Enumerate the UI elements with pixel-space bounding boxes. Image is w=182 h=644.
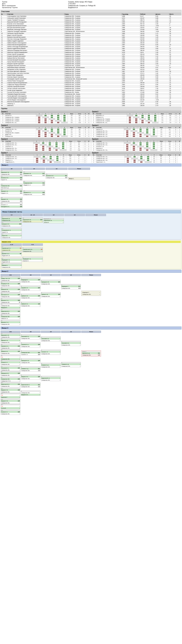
match-player: Самарская обл.2:0 [1, 316, 20, 318]
table-row: 12Ермаков Николай ВикторовичСамарская об… [1, 36, 182, 38]
match-player: Самарская обл.- [21, 289, 40, 290]
match-player: Сычев А. Н.2:0 [1, 411, 20, 413]
groups-row-7-8: Группа 7 №Участник 12345 ИгрыСетыОМ 1Сам… [0, 152, 182, 163]
table-row: 20Кириллов Сергей ВладимировичСамарская … [1, 52, 182, 53]
match-player: Маркин В. Е.- [21, 394, 40, 396]
lower-bracket-section: Нижняя сетка 11-16 1.1 Самобытов С.С.10 … [0, 240, 182, 269]
table-row: 2Алёнышев Сергей ГеоргиевичСамарская обл… [1, 17, 182, 19]
p3-m4: 4.1 Зубков А. В.2:0 Самарская обл.- [0, 349, 20, 354]
playoff2-full-title: Финал 2 [0, 270, 182, 273]
match-player: Самарская обл.1:3 [82, 354, 100, 356]
match-player: Сергей А. А.2:0 [21, 287, 40, 289]
p2-match-1-8-2: 2 Сергей А. А.2:0 Самарская обл.- [21, 286, 40, 291]
table-row: 4Самарская обл., Сызрань0:20:21:2-2:01:3… [1, 120, 91, 122]
match-player: Самарская обл.- [1, 413, 20, 415]
match-player: Кириллов М. А.2:0 [1, 310, 20, 312]
group2-container: Группа 2 №Участник 12345 ИгрыСетыОМ 1Вор… [91, 110, 182, 124]
table-row: 22Кокурин Валерий НиколаевичСамарская об… [1, 55, 182, 57]
p2-round-1-2: 1/2 1 Медведев С.3:1 Самарская обл.1:3 [61, 274, 81, 325]
table-row: 4Андрейченко О...0:21:20:2-0:31:504 [1, 161, 91, 163]
match-player: Карьёнов В. В.- [44, 220, 64, 222]
table-row: 44Тюленёв Вадим АлександровичСамарская о… [1, 97, 182, 99]
group1-title: Группа 1 [0, 110, 91, 113]
table-row: 5Самарская обл., Сы...0:21:21:21:2-0:43:… [1, 149, 91, 151]
match-player: Самарская обл.- [1, 280, 20, 281]
match-player: Зубков А. В.2:0 [1, 350, 20, 352]
match-player: Жестков А. Ф.2:0 [1, 294, 20, 296]
match-player: Норов Р. А.- [2, 231, 22, 233]
match-player: Бусыгин С. А.- [1, 322, 20, 323]
match-player: Самарская обл.- [21, 297, 40, 298]
match-player: Самарская обл.- [1, 402, 20, 404]
group5-container: Группа 5 №Участник 12345 ИгрыСетыОМ 1Сам… [0, 138, 91, 151]
match-player: Тюленёв В. Б.- [61, 342, 81, 344]
match-player: Кириллов М. А.2:1 [21, 384, 40, 386]
match-player: Самарская обл.3:1 [23, 182, 45, 184]
match-player: Зубков А. В.2:0 [41, 294, 60, 296]
group3-title: Группа 3 [0, 124, 91, 126]
table-row: 26Мазуров Сергей СергеевичСамарская обл.… [1, 63, 182, 65]
table-row: 3Потапов С. Ю.0:20:2-2:02:02:24:443 [91, 146, 182, 148]
participants-title: Участники [0, 10, 182, 13]
match-player: Зайков М. А.- [1, 318, 20, 319]
match-1-6: 1.6 Елохин С. Г.0:2 Нальдеев А. А.2:0 [0, 202, 22, 208]
table-row: 1Карпов А.О.-2:12:02:02:04:08:181 [91, 128, 182, 130]
group4-title: Группа 4 [91, 124, 182, 126]
playoff2-r3: 1/4 Карьёнов В. В. Карьёнов В. В.- Алёша… [44, 214, 64, 239]
participants-table: № Участник Город Год рожд. Рейтинг Дельт… [0, 13, 182, 106]
table-row: 2Самарская обл., Сы...0:2-2:02:02:03:16:… [91, 144, 182, 146]
table-row: 24Логинов Валерий НиколаевичСамарская об… [1, 59, 182, 61]
table-row: 3Марков А. О.0:21:2-2:01:23:323 [1, 160, 91, 161]
match-player: Самарская обл.0 [2, 220, 22, 221]
p3-m10: 10.1 Кириллов М. А.2:0 Самарская обл.- [0, 382, 20, 387]
p3-m7: 7.1 Тюленёв В. Б.2:0 Самарская обл.- [0, 366, 20, 371]
group7-title: Группа 7 [0, 152, 91, 154]
p2-round-1-8: 1/8 1 Медведев С.2:0 Самарская обл.- 2 С… [21, 274, 40, 325]
match-player: Самарская обл.- [1, 374, 20, 376]
match-player: Кириллов М. А.2:0 [1, 384, 20, 385]
p2-round-1-16: 1/16 1.1 Самар. Сен. 4:02:0 Самарская об… [0, 274, 20, 325]
p3-m3: 3.1 Сергеев А. А.2:0 Самарская обл.- [0, 344, 20, 349]
match-full-7: 7.1 Кириллов М. А.2:0 Самарская обл.- [0, 309, 20, 314]
table-row: 29Мещеряков Артём АндреевичСамарская обл… [1, 68, 182, 70]
group3-container: Группа 3 №Участник 12345 ИгрыСетыОМ 1Сам… [0, 124, 91, 137]
table-row: 46Феоктистов Евгений АлександровичСамарс… [1, 101, 182, 103]
table-row: 10Григорьев Сергей ЮрьевичСамарская обл.… [1, 32, 182, 34]
match-player: Жукаев А. А.3:2 [1, 198, 22, 200]
p3-m6: 6.1 Сычев А. Н.- Самарская обл.- [0, 360, 20, 365]
match-player: Самарская обл.- [61, 344, 81, 346]
p3-1-4-2: 2 Сычев А. Н.- Самарская обл.- [41, 350, 61, 355]
group4-table: №Участник 12345 ИгрыСетыОМ 1Карпов А.О.-… [91, 126, 182, 137]
match-player: Карпов Н. Б.- [1, 340, 20, 342]
table-row: 2Самарская обл., Сызрань0:2-2:12:02:03:1… [1, 116, 91, 118]
table-row: 21Клюев Сергей ГеннадьевичСамарская обл.… [1, 53, 182, 55]
match-player: Бусыгин А. Д.3:1 [82, 352, 100, 354]
match-player: Самобытов С.С.10 [2, 247, 22, 249]
match-player: Елохин С. Г.0:2 [1, 204, 22, 206]
match-2-2: 2.2 Самарская обл.3:1 Журден А. А.1:3 [23, 181, 45, 186]
match-player: Медведев С.2:0 [21, 279, 40, 281]
match-3-1: 3.1 Бокачев А. В.2:1 Самарская обл.1:2 [46, 174, 68, 178]
table-row: 41Сысоев Ростислав АлексеевичСамарская о… [1, 91, 182, 93]
table-row: 3Аракин Тимофей Геннадьев.Самарская обл.… [1, 19, 182, 21]
date-label: Дата [2, 3, 68, 5]
table-row: 4Кириллова С. А...0:20:20:2-0:30:604 [91, 161, 182, 163]
p3-1-8-2: 2 Сергеев А. А.2:0 Самарская обл.- [21, 342, 40, 348]
table-row: 33Осипова Мария СергеевнаСамарская обл.,… [1, 76, 182, 78]
match-player: Карьёнов Е. В.3:0 [1, 172, 22, 173]
match-player: Зайков М. А.1:2 [21, 303, 40, 305]
groups-row-3-4: Группа 3 №Участник 12345 ИгрыСетыОМ 1Сам… [0, 124, 182, 137]
table-row: 2Самарская обл., Сы...0:2-2:02:02:14:242 [91, 158, 182, 160]
match-player: Кириллов М. А.- [41, 377, 60, 379]
match-player: Самарская обл.0:3 [23, 194, 45, 195]
match-player: Медведев С.3:1 [61, 286, 81, 287]
table-row: 3Самарская обл., Сы...0:20:2-2:01:22:423 [91, 160, 182, 161]
match-1-2: 1.2 Бокачев А. В.3:0 Норов Р. А.0:3 [0, 176, 22, 181]
match-l-1-2: 1.2 Доровил А. А.12 Андросов В. В.- [1, 252, 22, 256]
match-player: Самарская обл.- [41, 379, 60, 381]
playoff1-r1: 1/8 1.1 Карьёнов Е. В.3:0 Самарская обл.… [0, 168, 22, 208]
venue-label: Место проведения [2, 5, 68, 6]
group2-table: №Участник 12345 ИгрыСетыОМ 1Воробьёв А. … [91, 113, 182, 124]
table-row: 1Александрова Анна СергеевнаСамарская об… [1, 15, 182, 17]
table-row: 1Воробьёв А. П.-2:02:02:02:04:08:081 [91, 115, 182, 116]
